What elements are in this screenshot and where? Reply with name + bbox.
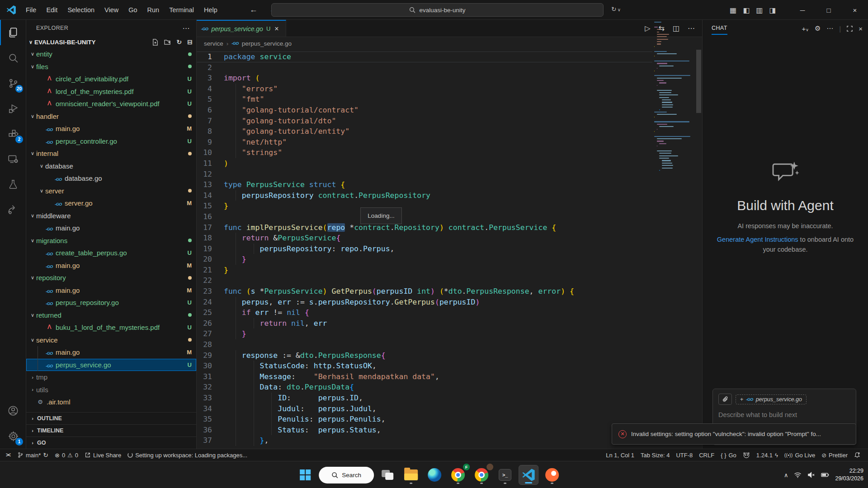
- tree-item-handler[interactable]: ∨handler: [26, 110, 196, 123]
- activity-explorer-button[interactable]: [0, 20, 26, 45]
- postman-button[interactable]: [542, 465, 562, 485]
- tree-item-migrations[interactable]: ∨migrations: [26, 235, 196, 247]
- code-line-3[interactable]: 3import (: [197, 73, 652, 84]
- tree-item-circle-of-inevitability-pdf[interactable]: circle_of_inevitability.pdfU: [26, 73, 196, 85]
- project-root-row[interactable]: ∨ EVALUASI-BE-UNITY ↻ ⊟: [26, 36, 196, 48]
- code-line-11[interactable]: 11): [197, 158, 652, 169]
- tree-item-service[interactable]: ∨service: [26, 334, 196, 347]
- code-line-27[interactable]: 27 }: [197, 328, 652, 339]
- tree-item-omniscient-reader-s-viewpoint-pdf[interactable]: omniscient_reader's_viewpoint.pdfU: [26, 98, 196, 110]
- menu-run[interactable]: Run: [142, 4, 165, 16]
- file-explorer-button[interactable]: [401, 465, 421, 485]
- taskbar-search[interactable]: Search: [319, 467, 374, 483]
- breadcrumb-file[interactable]: perpus_service.go: [242, 40, 292, 47]
- menu-edit[interactable]: Edit: [41, 4, 62, 16]
- breadcrumb-folder[interactable]: service: [204, 40, 223, 47]
- code-line-14[interactable]: 14 perpusRepository contract.PerpusRepos…: [197, 190, 652, 201]
- code-line-29[interactable]: 29 response := &dto.PerpusResponse{: [197, 350, 652, 361]
- code-line-26[interactable]: 26 return nil, err: [197, 318, 652, 329]
- tree-item-main-go[interactable]: -GOmain.goM: [26, 346, 196, 359]
- code-line-36[interactable]: 36 Status: perpus.Status,: [197, 425, 652, 436]
- task-view-button[interactable]: [377, 465, 397, 485]
- tree-item-lord-of-the-mysteries-pdf[interactable]: lord_of_the_mysteries.pdfU: [26, 85, 196, 98]
- menu-help[interactable]: Help: [199, 4, 222, 16]
- code-line-24[interactable]: 24 perpus, err := s.perpusRepository.Get…: [197, 297, 652, 308]
- tree-item-database-go[interactable]: -GOdatabase.go: [26, 172, 196, 185]
- code-line-12[interactable]: 12: [197, 169, 652, 180]
- menu-terminal[interactable]: Terminal: [164, 4, 199, 16]
- code-line-22[interactable]: 22: [197, 275, 652, 286]
- code-line-4[interactable]: 4 "errors": [197, 84, 652, 94]
- tree-item-tmp[interactable]: ›tmp: [26, 371, 196, 384]
- code-line-23[interactable]: 23func (s *PerpusService) GetPerpus(perp…: [197, 286, 652, 297]
- code-line-33[interactable]: 33 ID: perpus.ID,: [197, 393, 652, 404]
- cursor-position-item[interactable]: Ln 1, Col 1: [603, 452, 637, 459]
- tree-item-perpus-service-go[interactable]: -GOperpus_service.goU: [26, 359, 196, 371]
- battery-icon[interactable]: [821, 472, 829, 478]
- tree-item--air-toml[interactable]: ⚙.air.toml: [26, 396, 196, 408]
- live-share-item[interactable]: Live Share: [81, 452, 124, 459]
- prettier-item[interactable]: ⊘ Prettier: [818, 452, 851, 459]
- section-outline[interactable]: ›OUTLINE: [26, 412, 196, 424]
- code-line-31[interactable]: 31 Message: "Berhasil mendapatkan data",: [197, 371, 652, 382]
- terminal-button[interactable]: >_: [495, 465, 515, 485]
- tree-item-buku-1-lord-of-the-mysteries-pdf[interactable]: buku_1_lord_of_the_mysteries.pdfU: [26, 321, 196, 334]
- layout-sidebar-icon[interactable]: ◧: [743, 6, 750, 14]
- problems-item[interactable]: ⊗ 0 ⚠ 0: [52, 452, 81, 459]
- menu-selection[interactable]: Selection: [62, 4, 99, 16]
- activity-search-button[interactable]: [0, 45, 26, 70]
- chrome-profile2-button[interactable]: [472, 465, 491, 485]
- go-version-item[interactable]: 1.24.1 ϟ: [753, 452, 781, 459]
- tree-item-perpus-repository-go[interactable]: -GOperpus_repository.goU: [26, 296, 196, 309]
- tray-clock[interactable]: 22:29 29/03/2026: [835, 467, 863, 483]
- sync-changes-icon[interactable]: ↻: [43, 451, 48, 459]
- code-line-13[interactable]: 13type PerpusService struct {: [197, 179, 652, 190]
- chat-settings-gear-icon[interactable]: ⚙: [815, 24, 821, 33]
- tab-close-icon[interactable]: ×: [274, 25, 278, 33]
- code-line-7[interactable]: 7 "golang-tutorial/dto": [197, 116, 652, 127]
- notifications-bell-item[interactable]: [851, 452, 863, 458]
- notification-toast[interactable]: ✕ Invalid settings: setting option "vuln…: [612, 423, 856, 445]
- attach-context-button[interactable]: [718, 394, 732, 405]
- language-mode-item[interactable]: { } Go: [717, 452, 740, 459]
- tree-item-main-go[interactable]: -GOmain.go: [26, 222, 196, 235]
- tree-item-main-go[interactable]: -GOmain.goM: [26, 284, 196, 297]
- minimap[interactable]: [654, 22, 694, 172]
- tree-item-database[interactable]: ∨database: [26, 160, 196, 173]
- window-maximize-button[interactable]: □: [816, 0, 842, 20]
- code-line-37[interactable]: 37 },: [197, 435, 652, 446]
- code-line-2[interactable]: 2: [197, 62, 652, 73]
- tree-item-files[interactable]: ∨files: [26, 61, 196, 73]
- tree-item-repository[interactable]: ∨repository: [26, 272, 196, 284]
- tree-item-main-go[interactable]: -GOmain.goM: [26, 122, 196, 135]
- workspace-status-item[interactable]: Setting up workspace: Loading packages..…: [124, 452, 250, 459]
- start-button[interactable]: [295, 465, 315, 485]
- sync-dropdown-icon[interactable]: ↻∨: [611, 5, 622, 13]
- code-line-25[interactable]: 25 if err != nil {: [197, 307, 652, 318]
- menu-view[interactable]: View: [99, 4, 123, 16]
- tree-item-perpus-controller-go[interactable]: -GOperpus_controller.goU: [26, 135, 196, 148]
- activity-source-control-button[interactable]: 20: [0, 70, 26, 96]
- new-folder-icon[interactable]: [164, 39, 171, 46]
- activity-run-debug-button[interactable]: [0, 96, 26, 121]
- activity-live-share-button[interactable]: [0, 197, 26, 222]
- git-branch-item[interactable]: main* ↻: [14, 451, 52, 459]
- code-line-34[interactable]: 34 Judul: perpus.Judul,: [197, 404, 652, 414]
- eol-item[interactable]: CRLF: [696, 452, 717, 459]
- tree-item-server-go[interactable]: -GOserver.goM: [26, 197, 196, 210]
- volume-muted-icon[interactable]: [807, 472, 815, 478]
- settings-button[interactable]: 1: [0, 423, 26, 449]
- chrome-profile1-button[interactable]: F: [448, 465, 468, 485]
- explorer-more-actions-icon[interactable]: ⋯: [183, 24, 190, 33]
- tree-item-create-table-perpus-go[interactable]: -GOcreate_table_perpus.goU: [26, 247, 196, 259]
- code-line-17[interactable]: 17func implPerpusService(repo *contract.…: [197, 222, 652, 233]
- activity-remote-explorer-button[interactable]: [0, 146, 26, 172]
- editor-scrollbar[interactable]: [696, 50, 701, 113]
- code-line-30[interactable]: 30 StatusCode: http.StatusOK,: [197, 361, 652, 371]
- code-line-19[interactable]: 19 perpusRepository: repo.Perpus,: [197, 244, 652, 254]
- layout-secondary-icon[interactable]: ◨: [769, 6, 776, 14]
- encoding-item[interactable]: UTF-8: [673, 452, 696, 459]
- code-line-35[interactable]: 35 Penulis: perpus.Penulis,: [197, 414, 652, 425]
- code-line-15[interactable]: 15}: [197, 201, 652, 211]
- tree-item-server[interactable]: ∨server: [26, 185, 196, 197]
